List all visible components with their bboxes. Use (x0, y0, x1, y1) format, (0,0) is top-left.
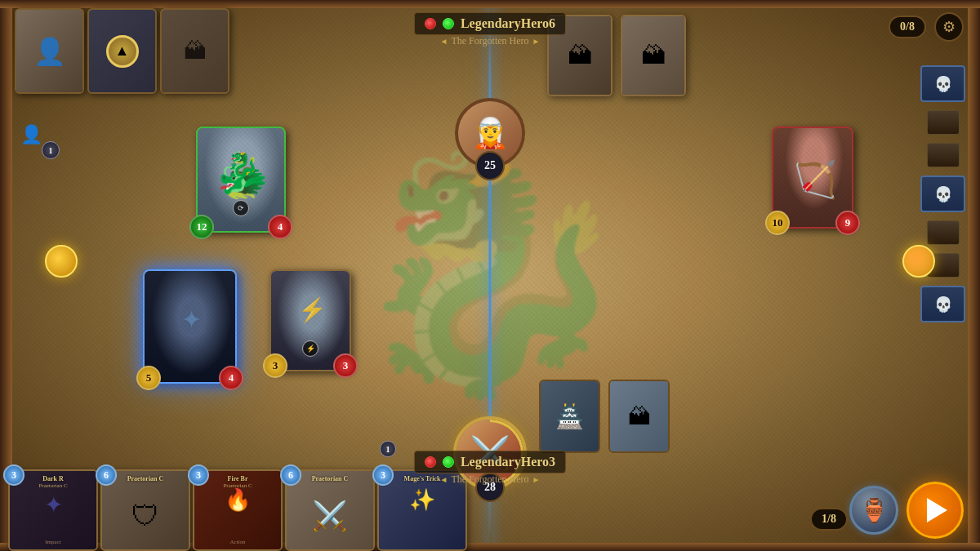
player-icon: 👤 1 (15, 114, 56, 155)
player-card1-health: 4 (219, 366, 243, 390)
player-card2-attack: 3 (263, 353, 287, 378)
bottom-name-container: LegendaryHero3 (414, 451, 566, 473)
bottom-player-name: LegendaryHero3 (461, 455, 555, 469)
opponent-facedown-2: 🏔 (621, 15, 686, 96)
opponent-field-card-2[interactable]: 🏹 10 9 (772, 127, 853, 229)
opp-card2-health: 9 (835, 211, 860, 235)
hand-card3-sublabel: Praetorian C (194, 482, 281, 489)
bottom-player-title: ◄ The Forgotten Hero ► (440, 473, 541, 486)
bottom-mana-counter: 1/8 (810, 508, 848, 531)
canister-1 (927, 110, 960, 135)
opp-card1-attack: 12 (189, 215, 214, 239)
gem-red-top (425, 18, 436, 29)
side-card-2[interactable]: 🏔 (608, 380, 670, 453)
top-hero-avatar[interactable]: 🧝 25 (455, 98, 525, 168)
resource-counter-top: 0/8 (889, 16, 926, 38)
top-edge (0, 0, 980, 8)
top-player-namebar: LegendaryHero6 (414, 12, 566, 35)
hand-card-2[interactable]: 6 🛡 Praetorian C (100, 469, 190, 551)
skull-button-3[interactable]: 💀 (920, 286, 965, 322)
right-power-gem (902, 245, 935, 278)
player-field-card-2[interactable]: 3 3 ⚡ (270, 269, 351, 371)
side-card-1[interactable]: 🏯 (539, 380, 600, 453)
player-card2-ability: ⚡ (302, 340, 318, 357)
hand-card2-cost: 6 (96, 464, 117, 486)
gem-green-top (443, 18, 454, 29)
skull-button-2[interactable]: 💀 (920, 176, 965, 212)
hand-card4-art: ⚔️ Praetorian C (287, 471, 373, 549)
rank-icon-left: ◄ (440, 37, 448, 46)
bottom-player-side-cards: 🏯 🏔 (539, 380, 670, 453)
settings-button[interactable]: ⚙ (934, 12, 964, 42)
top-player-name: LegendaryHero6 (461, 16, 555, 31)
game-board: 🐉 👤 ▲ 🏔 👤 1 (0, 0, 980, 551)
top-player-title: ◄ The Forgotten Hero ► (440, 35, 541, 47)
hand-card1-sublabel: Praetorian C (10, 482, 96, 489)
left-sidebar: 👤 1 (15, 114, 56, 155)
opponent-facedown-cards: 🏔 🏔 (547, 15, 686, 96)
hand-card3-art: Fire Br Praetorian C Action (194, 471, 281, 549)
gem-red-bottom (425, 456, 436, 468)
opponent-hand-card: 🏔 (160, 8, 229, 94)
opp-card2-attack: 10 (765, 211, 790, 235)
opponent-hand: 👤 ▲ 🏔 (15, 8, 229, 94)
hand-card1-cost: 3 (3, 464, 24, 486)
hand-card-3[interactable]: 3 Fire Br Praetorian C Action (193, 469, 283, 551)
player-card2-health: 3 (333, 353, 358, 378)
hand-card5-cost: 3 (372, 464, 394, 486)
bottom-player-namebar: LegendaryHero3 ◄ The Forgotten Hero ► (414, 451, 566, 486)
hand-card3-subtype: Action (194, 539, 281, 545)
opponent-hand-card: ▲ (87, 8, 157, 94)
hand-card-4[interactable]: 6 ⚔️ Praetorian C (285, 469, 375, 551)
gem-green-bottom (443, 456, 454, 468)
hand-card-1[interactable]: 3 Dark R Praetorian C Impact (8, 469, 98, 551)
hand-card3-cost: 3 (188, 464, 209, 486)
hand-card1-subtype: Impact (10, 539, 96, 545)
opp-card1-health: 4 (268, 215, 292, 239)
top-right-controls: 0/8 ⚙ (889, 12, 964, 42)
player-card1-attack: 5 (136, 366, 161, 390)
top-player-info: LegendaryHero6 ◄ The Forgotten Hero ► (414, 12, 566, 47)
resource-orb[interactable]: 🏺 (849, 486, 898, 535)
end-turn-button[interactable] (906, 482, 964, 539)
canister-3 (927, 220, 960, 245)
opponent-field-card-1[interactable]: 🐲 12 4 ⟳ (196, 127, 286, 233)
deck-count: 1 (42, 141, 60, 159)
hand-card1-art: Dark R Praetorian C Impact (10, 471, 96, 549)
canister-2 (927, 143, 960, 167)
top-player-health: 25 (475, 151, 505, 180)
hand-card4-cost: 6 (280, 464, 301, 486)
left-power-gem (45, 245, 78, 278)
rank-icon-right: ► (532, 37, 541, 46)
opponent-hand-card: 👤 (15, 8, 84, 94)
skull-button-1[interactable]: 💀 (920, 65, 965, 102)
hand-card2-art: 🛡 Praetorian C (102, 471, 189, 549)
end-turn-arrow (927, 498, 947, 522)
player-field-card-1[interactable]: 5 4 (143, 269, 237, 384)
right-sidebar: 💀 💀 💀 (920, 65, 965, 322)
opp-card1-ability: ⟳ (233, 200, 249, 216)
